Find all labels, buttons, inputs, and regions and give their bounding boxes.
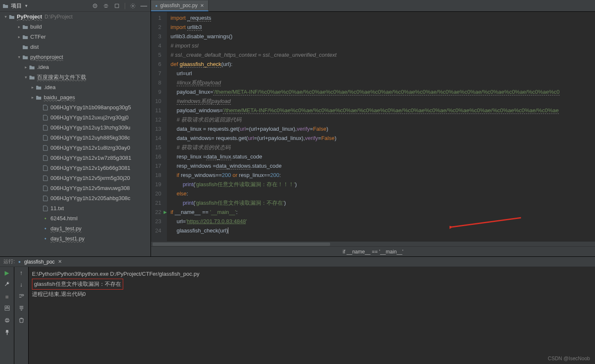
down-arrow-icon[interactable]: ↓ bbox=[20, 281, 23, 288]
editor-tab[interactable]: ● glassfish_poc.py ✕ bbox=[151, 0, 209, 11]
stop-icon[interactable]: ■ bbox=[5, 293, 8, 300]
up-arrow-icon[interactable]: ↑ bbox=[20, 269, 23, 276]
breadcrumb[interactable]: if __name__ == '__main__' bbox=[151, 246, 595, 256]
minimize-icon[interactable]: — bbox=[140, 2, 148, 10]
editor-tabs: ● glassfish_poc.py ✕ bbox=[151, 0, 595, 12]
tree-item[interactable]: 006HJgYYgy1h1b098anpog30g5 bbox=[0, 103, 151, 113]
tree-item[interactable]: 006HJgYYgy1h12uyh885kg308c bbox=[0, 133, 151, 143]
tree-root[interactable]: PyProject D:\PyProject bbox=[0, 12, 151, 22]
chevron-down-icon[interactable]: ▼ bbox=[24, 4, 28, 8]
svg-rect-4 bbox=[5, 306, 6, 308]
trash-icon[interactable] bbox=[19, 317, 24, 324]
folder-icon bbox=[3, 3, 8, 9]
scroll-end-icon[interactable] bbox=[19, 305, 24, 312]
tree-item[interactable]: .idea bbox=[0, 62, 151, 72]
target-icon[interactable] bbox=[91, 2, 99, 10]
tree-item[interactable]: 006HJgYYgy1h12uxuj2rvg30gj0 bbox=[0, 113, 151, 123]
tree-item[interactable]: 006HJgYYgy1h12v1y6b66g3081 bbox=[0, 163, 151, 173]
tab-label: glassfish_poc.py bbox=[160, 3, 198, 8]
tree-item[interactable]: 62454.html bbox=[0, 214, 151, 224]
python-icon: ● bbox=[155, 3, 158, 8]
expand-icon[interactable] bbox=[102, 2, 110, 10]
tree-item[interactable]: 百度搜索与文件下载 bbox=[0, 72, 151, 82]
play-icon[interactable]: ▶ bbox=[5, 269, 9, 276]
run-tab-bar: 运行: ● glassfish_poc ✕ bbox=[0, 257, 595, 267]
run-panel: 运行: ● glassfish_poc ✕ ▶ ■ ↑ ↓ E:\Python\… bbox=[0, 257, 595, 364]
wrench-icon[interactable] bbox=[4, 281, 10, 288]
tree-item[interactable]: dist bbox=[0, 42, 151, 52]
tree-item[interactable]: CTFer bbox=[0, 32, 151, 42]
root-path: D:\PyProject bbox=[45, 12, 73, 22]
root-label: PyProject bbox=[17, 12, 42, 22]
pin-icon[interactable] bbox=[4, 330, 10, 337]
gear-icon[interactable] bbox=[129, 2, 137, 10]
layout-icon[interactable] bbox=[4, 305, 10, 312]
console-output[interactable]: E:\Python\Python39\python.exe D:/PyProje… bbox=[29, 267, 595, 364]
tree-item[interactable]: 006HJgYYgy1h12v1w7z85g3081 bbox=[0, 153, 151, 163]
code-area[interactable]: 12345678910111213141516171819202122▶2324… bbox=[151, 12, 595, 241]
tree-item[interactable]: .idea bbox=[0, 82, 151, 92]
tree-item[interactable]: 006HJgYYgy1h12v1u8lzrg30ay0 bbox=[0, 143, 151, 153]
svg-point-2 bbox=[132, 5, 134, 7]
tree-item[interactable]: day1_test1.py bbox=[0, 234, 151, 244]
project-tree[interactable]: PyProject D:\PyProject buildCTFerdistpyt… bbox=[0, 12, 151, 256]
h-scrollbar[interactable] bbox=[153, 243, 330, 246]
python-icon: ● bbox=[18, 259, 21, 264]
sidebar-header: 项目 ▼ | — bbox=[0, 0, 151, 12]
run-toolbar-right: ↑ ↓ bbox=[14, 267, 29, 364]
tree-item[interactable]: 006HJgYYgy1h12v5jxrm5g30j20 bbox=[0, 173, 151, 183]
divider: | bbox=[124, 2, 126, 10]
svg-point-1 bbox=[95, 5, 96, 6]
svg-rect-8 bbox=[6, 319, 8, 320]
project-sidebar: 项目 ▼ | — PyProject D:\PyProject buildCTF… bbox=[0, 0, 151, 256]
tree-item[interactable]: 006HJgYYgy1h12v5mavuwg308 bbox=[0, 183, 151, 193]
run-label: 运行: bbox=[3, 258, 15, 265]
tree-item[interactable]: day1_test.py bbox=[0, 224, 151, 234]
close-icon[interactable]: ✕ bbox=[200, 3, 204, 8]
print-icon[interactable] bbox=[4, 317, 10, 324]
tree-item[interactable]: pythonproject bbox=[0, 52, 151, 62]
tree-item[interactable]: 11.txt bbox=[0, 203, 151, 214]
watermark: CSDN @IsecNoob bbox=[548, 356, 590, 361]
run-config-name[interactable]: glassfish_poc bbox=[24, 259, 55, 265]
gutter: 12345678910111213141516171819202122▶2324 bbox=[151, 12, 167, 241]
svg-rect-6 bbox=[5, 309, 9, 310]
project-title: 项目 bbox=[11, 2, 22, 10]
tree-item[interactable]: 006HJgYYgy1h12v205ahbg308c bbox=[0, 193, 151, 203]
soft-wrap-icon[interactable] bbox=[19, 293, 24, 300]
svg-rect-5 bbox=[7, 306, 9, 308]
code-content[interactable]: import _requestsimport urllib3urllib3.di… bbox=[167, 12, 595, 241]
breadcrumb-text: if __name__ == '__main__' bbox=[343, 249, 403, 255]
close-icon[interactable]: ✕ bbox=[58, 259, 62, 264]
tree-item[interactable]: baidu_pages bbox=[0, 92, 151, 103]
editor-pane: ● glassfish_poc.py ✕ 1234567891011121314… bbox=[151, 0, 595, 256]
run-toolbar-left: ▶ ■ bbox=[0, 267, 14, 364]
tree-item[interactable]: build bbox=[0, 22, 151, 32]
tree-item[interactable]: 006HJgYYgy1h12uy13hzhg309u bbox=[0, 123, 151, 133]
collapse-icon[interactable] bbox=[113, 2, 121, 10]
folder-icon bbox=[8, 13, 15, 20]
